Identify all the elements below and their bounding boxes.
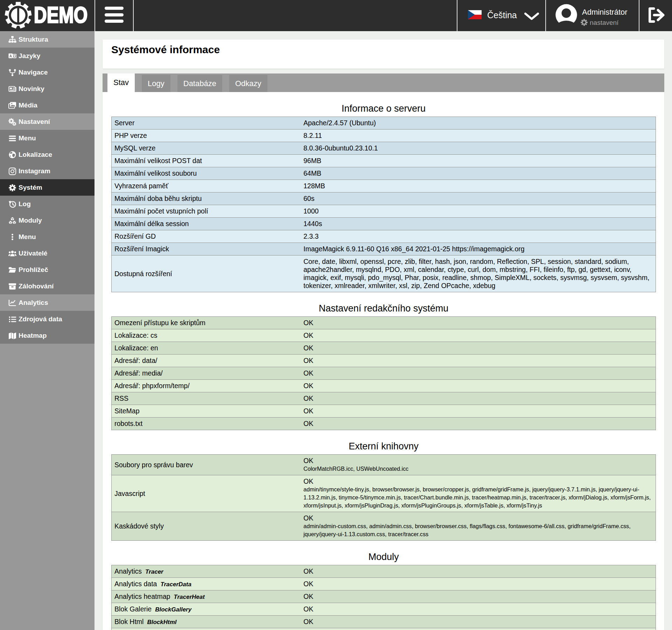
svg-text:DEMO: DEMO (34, 3, 88, 28)
